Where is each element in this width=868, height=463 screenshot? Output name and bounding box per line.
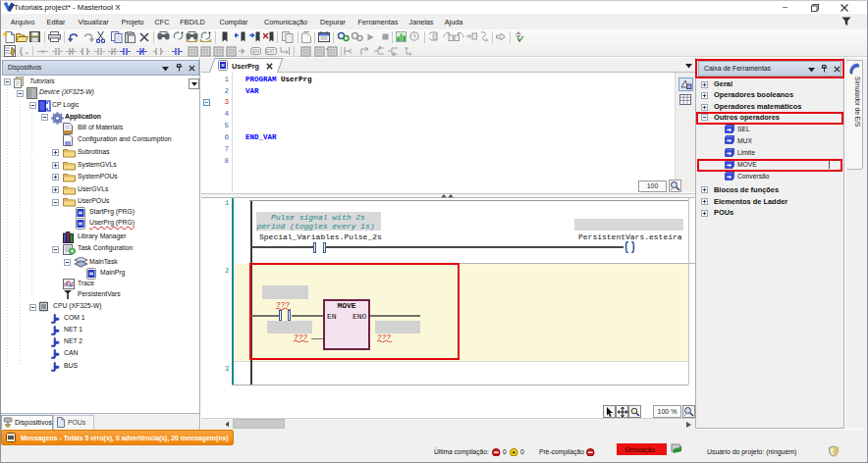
- svg-text:(..): (..): [19, 47, 28, 56]
- svg-text:EN: EN: [252, 48, 259, 54]
- svg-text:EXT: EXT: [266, 49, 275, 54]
